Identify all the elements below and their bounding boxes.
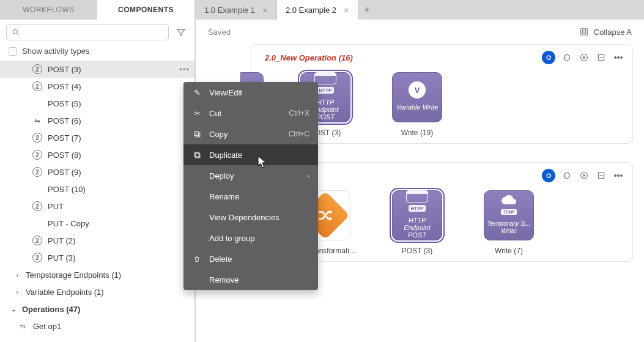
tree-group[interactable]: › Variable Endpoints (1) — [0, 283, 194, 300]
editor-tab[interactable]: 2.0 Example 2 × — [277, 0, 358, 20]
refresh-icon[interactable] — [561, 170, 572, 181]
ctx-label: Cut — [209, 109, 221, 118]
more-icon[interactable]: ••• — [179, 65, 190, 74]
tree-label: PUT - Copy — [48, 219, 190, 228]
chevron-right-icon: › — [13, 288, 21, 296]
tree-category-operations[interactable]: ⌄ Operations (47) — [0, 300, 194, 318]
tree-label: POST (9) — [48, 168, 190, 177]
tree-label: POST (10) — [48, 185, 190, 194]
sidebar-tabs: WORKFLOWS COMPONENTS — [0, 0, 194, 20]
tree-item[interactable]: PUT - Copy — [0, 215, 194, 232]
ctx-label: Delete — [209, 255, 232, 264]
tree-label: Tempstorage Endpoints (1) — [26, 270, 190, 280]
tree-label: Variable Endpoints (1) — [26, 288, 190, 297]
collapse-label: Collapse A — [594, 28, 632, 37]
tree-label: POST (3) — [48, 65, 174, 74]
tree-item[interactable]: ⇋ Get op1 — [0, 318, 194, 335]
ctx-cut[interactable]: ✂ Cut Ctrl+X — [183, 103, 318, 124]
svg-rect-14 — [195, 153, 199, 157]
count-icon: 2 — [32, 201, 43, 211]
play-icon[interactable] — [579, 52, 590, 63]
tree-label: Operations (47) — [22, 305, 190, 314]
status-badge-icon[interactable] — [542, 51, 555, 64]
ctx-label: Deploy — [209, 171, 234, 180]
activity-types-checkbox[interactable] — [9, 47, 17, 56]
ctx-deploy[interactable]: Deploy › — [183, 165, 318, 186]
ctx-view-edit[interactable]: ✎ View/Edit — [183, 82, 318, 103]
close-icon[interactable]: × — [262, 5, 268, 15]
ctx-rename[interactable]: Rename — [183, 186, 318, 207]
close-icon[interactable]: × — [344, 5, 349, 15]
tree-item[interactable]: ⇋ POST (6) — [0, 112, 194, 129]
ctx-add-group[interactable]: Add to group — [183, 228, 318, 248]
block-toolbar: ••• — [542, 51, 624, 64]
add-tab-button[interactable] — [358, 0, 376, 20]
chevron-right-icon: › — [13, 271, 21, 278]
pencil-icon: ✎ — [192, 88, 202, 97]
card-tempstorage[interactable]: TEMP Temporary S... Write — [484, 190, 534, 240]
component-tree[interactable]: 2 POST (3) ••• 2 POST (4) POST (5) ⇋ POS… — [0, 61, 194, 342]
tree-item[interactable]: 2 POST (7) — [0, 129, 194, 146]
tree-item[interactable]: 2 PUT (2) — [0, 232, 194, 249]
refresh-icon[interactable] — [561, 52, 572, 63]
tab-workflows[interactable]: WORKFLOWS — [0, 0, 97, 20]
filter-button[interactable] — [174, 25, 188, 40]
ctx-copy[interactable]: Copy Ctrl+C — [183, 124, 318, 144]
count-icon: 2 — [32, 253, 43, 262]
tree-label: POST (6) — [48, 116, 190, 125]
minimize-icon[interactable] — [596, 52, 607, 63]
tree-label: POST (7) — [48, 133, 190, 143]
tab-components[interactable]: COMPONENTS — [97, 0, 194, 20]
ctx-duplicate[interactable]: Duplicate — [183, 144, 318, 165]
tab-label: 2.0 Example 2 — [286, 6, 336, 15]
svg-rect-3 — [582, 30, 585, 33]
scissors-icon: ✂ — [192, 109, 202, 118]
ctx-delete[interactable]: Delete — [183, 248, 318, 269]
copy-icon — [192, 130, 202, 138]
status-badge-icon[interactable] — [542, 169, 555, 182]
tree-label: POST (4) — [48, 82, 190, 91]
tree-item[interactable]: 2 POST (8) — [0, 146, 194, 163]
collapse-all-button[interactable]: Collapse A — [579, 27, 632, 37]
ctx-view-deps[interactable]: View Dependencies — [183, 207, 318, 228]
tree-item[interactable]: 2 POST (3) ••• — [0, 61, 194, 78]
search-input[interactable] — [6, 24, 169, 40]
ctx-remove[interactable]: Remove — [183, 269, 318, 290]
tree-item[interactable]: 2 PUT — [0, 198, 194, 215]
tree-item[interactable]: POST (5) — [0, 95, 194, 112]
trash-icon — [192, 255, 202, 263]
minimize-icon[interactable] — [596, 170, 607, 181]
tree-item[interactable]: 2 POST (4) — [0, 78, 194, 95]
count-icon: 2 — [32, 133, 43, 143]
card-title: Variable Write — [394, 101, 441, 113]
card-endpoint[interactable]: HTTP HTTP Endpoint POST — [392, 190, 442, 240]
context-menu[interactable]: ✎ View/Edit ✂ Cut Ctrl+X Copy Ctrl+C Dup… — [183, 82, 318, 290]
chevron-down-icon: ⌄ — [10, 305, 17, 313]
card-title: HTTP Endpoint POST — [393, 214, 442, 241]
sidebar: WORKFLOWS COMPONENTS Show activity types… — [0, 0, 196, 342]
count-icon: 2 — [32, 167, 43, 177]
svg-rect-2 — [581, 29, 588, 35]
tree-label: PUT (3) — [48, 253, 190, 262]
more-icon[interactable]: ••• — [613, 170, 624, 181]
block-toolbar: ••• — [542, 169, 624, 182]
search-icon — [12, 28, 20, 37]
svg-point-0 — [13, 29, 17, 34]
tree-item[interactable]: 2 POST (9) — [0, 163, 194, 180]
card-label: Write (19) — [401, 128, 433, 137]
editor-tab[interactable]: 1.0 Example 1 × — [196, 0, 277, 20]
chevron-right-icon: › — [308, 173, 309, 179]
more-icon[interactable]: ••• — [613, 52, 624, 63]
play-icon[interactable] — [579, 170, 590, 181]
count-icon: 2 — [32, 64, 43, 74]
card-variable[interactable]: V Variable Write — [392, 72, 442, 122]
ctx-shortcut: Ctrl+X — [289, 109, 309, 117]
saved-status: Saved — [208, 28, 231, 37]
ctx-label: Add to group — [209, 234, 254, 243]
svg-rect-15 — [194, 152, 199, 157]
svg-rect-13 — [194, 132, 199, 136]
ctx-label: View/Edit — [209, 88, 242, 97]
tree-item[interactable]: POST (10) — [0, 180, 194, 198]
tree-item[interactable]: 2 PUT (3) — [0, 249, 194, 266]
tree-group[interactable]: › Tempstorage Endpoints (1) — [0, 266, 194, 283]
